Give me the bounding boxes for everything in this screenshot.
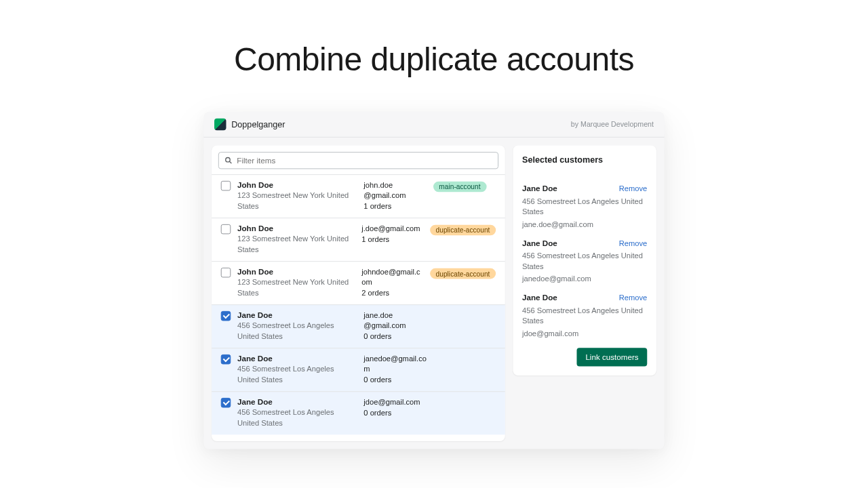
checkbox[interactable] [221, 224, 231, 235]
remove-button[interactable]: Remove [619, 185, 648, 193]
page-title: Combine duplicate accounts [0, 41, 868, 78]
customer-email: jdoe@gmail.com [363, 397, 427, 407]
customer-name: John Doe [237, 267, 355, 277]
customer-email: j.doe@gmail.com [361, 224, 423, 234]
selected-address: 456 Somestreet Los Angeles United States [522, 306, 647, 326]
customer-address: 123 Somestreet New York United States [237, 234, 355, 254]
customer-row[interactable]: John Doe 123 Somestreet New York United … [212, 261, 505, 304]
customer-name: Jane Doe [237, 354, 357, 363]
checkbox[interactable] [221, 181, 231, 191]
customer-address: 456 Somestreet Los Angeles United States [237, 321, 357, 342]
checkbox[interactable] [221, 354, 231, 365]
customer-orders: 0 orders [363, 409, 427, 417]
app-window: Doppelganger by Marquee Development John… [204, 112, 665, 449]
status-badge: duplicate-account [430, 268, 496, 279]
selected-customer-item: Jane Doe Remove 456 Somestreet Los Angel… [522, 293, 647, 338]
app-credit: by Marquee Development [571, 121, 654, 129]
customer-email: johndoe@gmail.com [361, 267, 423, 287]
checkbox[interactable] [221, 311, 231, 321]
filter-input[interactable] [237, 156, 492, 165]
selected-email: jdoe@gmail.com [522, 329, 647, 338]
selected-name: Jane Doe [522, 184, 557, 194]
customer-address: 123 Somestreet New York United States [237, 278, 355, 298]
selected-address: 456 Somestreet Los Angeles United States [522, 197, 647, 217]
selected-customers-panel: Selected customers Jane Doe Remove 456 S… [513, 145, 656, 375]
selected-customer-item: Jane Doe Remove 456 Somestreet Los Angel… [522, 184, 647, 228]
selected-name: Jane Doe [522, 293, 557, 303]
selected-email: jane.doe@gmail.com [522, 220, 647, 228]
customer-row[interactable]: Jane Doe 456 Somestreet Los Angeles Unit… [212, 304, 505, 348]
status-badge: duplicate-account [430, 225, 496, 236]
customer-orders: 0 orders [363, 332, 427, 340]
svg-line-1 [229, 161, 231, 163]
customer-name: John Doe [237, 224, 355, 233]
selected-email: janedoe@gmail.com [522, 275, 647, 283]
selected-address: 456 Somestreet Los Angeles United States [522, 251, 647, 272]
remove-button[interactable]: Remove [619, 239, 648, 247]
customer-address: 456 Somestreet Los Angeles United States [237, 408, 357, 428]
customer-orders: 2 orders [361, 289, 423, 297]
customer-email: janedoe@gmail.com [363, 354, 427, 374]
customer-address: 123 Somestreet New York United States [237, 190, 357, 211]
customer-email: jane.doe @gmail.com [363, 310, 427, 331]
customer-row[interactable]: Jane Doe 456 Somestreet Los Angeles Unit… [212, 348, 505, 391]
status-badge: main-account [433, 182, 487, 192]
app-body: John Doe 123 Somestreet New York United … [204, 138, 665, 449]
checkbox[interactable] [221, 398, 231, 408]
search-icon [224, 156, 233, 165]
selected-customer-item: Jane Doe Remove 456 Somestreet Los Angel… [522, 239, 647, 283]
customer-orders: 0 orders [363, 375, 427, 384]
customer-row[interactable]: John Doe 123 Somestreet New York United … [212, 174, 505, 218]
app-header: Doppelganger by Marquee Development [204, 112, 665, 138]
customer-address: 456 Somestreet Los Angeles United States [237, 365, 357, 385]
customer-name: John Doe [237, 180, 357, 190]
link-customers-button[interactable]: Link customers [577, 348, 648, 366]
app-logo-icon [214, 119, 226, 130]
customer-list-panel: John Doe 123 Somestreet New York United … [212, 145, 505, 441]
customer-orders: 1 orders [363, 202, 427, 210]
customer-orders: 1 orders [361, 235, 423, 243]
svg-point-0 [226, 157, 230, 161]
customer-name: Jane Doe [237, 310, 357, 320]
filter-input-wrapper[interactable] [218, 152, 498, 169]
customer-email: john.doe @gmail.com [363, 180, 427, 201]
selected-panel-title: Selected customers [522, 155, 647, 165]
checkbox[interactable] [221, 268, 231, 278]
customer-row[interactable]: John Doe 123 Somestreet New York United … [212, 218, 505, 261]
customer-row[interactable]: Jane Doe 456 Somestreet Los Angeles Unit… [212, 391, 505, 434]
customer-name: Jane Doe [237, 397, 357, 407]
selected-name: Jane Doe [522, 239, 557, 248]
remove-button[interactable]: Remove [619, 294, 648, 302]
app-name: Doppelganger [231, 119, 285, 129]
